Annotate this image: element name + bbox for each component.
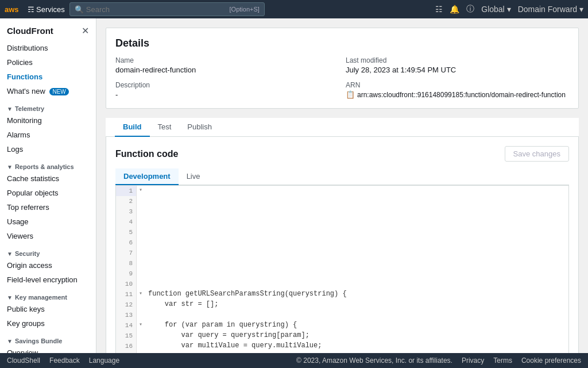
arrow-icon-2: ▼ [7,164,13,170]
line-number: 8 [116,258,137,269]
code-line: 12 var str = []; [116,300,568,310]
line-number: 4 [116,217,137,227]
new-badge: NEW [49,88,68,95]
fold-arrow [137,217,145,227]
sidebar-item-key-groups[interactable]: Key groups [0,316,96,331]
code-content [145,258,568,269]
section-security[interactable]: ▼ Security [0,246,96,258]
arrow-icon-5: ▼ [7,338,13,344]
code-content: function getURLSearchParamsString(querys… [145,289,568,300]
fold-arrow [137,279,145,289]
detail-name-label: Name [115,56,339,64]
sidebar-item-monitoring[interactable]: Monitoring [0,113,96,128]
code-content [145,248,568,258]
code-content [145,186,568,196]
nav-icons: ☷ 🔔 ⓘ Global ▾ Domain Forward ▾ [435,4,583,14]
feedback-button[interactable]: Feedback [49,356,80,365]
sidebar-item-public-keys[interactable]: Public keys [0,302,96,316]
section-reports[interactable]: ▼ Reports & analytics [0,159,96,171]
save-changes-button[interactable]: Save changes [505,146,569,162]
search-bar[interactable]: 🔍 [Option+S] [69,2,265,16]
fold-arrow [137,227,145,237]
detail-description-value: - [115,90,339,99]
details-panel: Details Name domain-redirect-function La… [106,28,579,109]
bottom-right: © 2023, Amazon Web Services, Inc. or its… [296,356,581,365]
code-tab-live[interactable]: Live [179,168,208,185]
privacy-link[interactable]: Privacy [462,356,484,365]
code-line: 5 [116,227,568,237]
code-line: 15 var query = querystring[param]; [116,331,568,341]
aws-logo[interactable]: aws [5,5,21,14]
sidebar-close-button[interactable]: ✕ [82,25,89,36]
details-grid: Name domain-redirect-function Last modif… [115,56,569,99]
arrow-icon: ▼ [7,106,13,112]
line-number: 10 [116,279,137,289]
code-line: 3 [116,206,568,217]
sidebar-item-whats-new[interactable]: What's new NEW [0,84,96,98]
sidebar-item-popular-objects[interactable]: Popular objects [0,186,96,200]
code-line: 1▾ [116,186,568,196]
code-content [145,279,568,289]
detail-arn-value: 📋 arn:aws:cloudfront::916148099185:funct… [346,90,569,99]
sidebar-title: CloudFront [7,26,53,36]
terms-link[interactable]: Terms [493,356,512,365]
grid-icon[interactable]: ☷ [435,5,443,14]
bell-icon[interactable]: 🔔 [450,5,459,14]
sidebar: CloudFront ✕ Distributions Policies Func… [0,18,96,368]
section-savings-bundle[interactable]: ▼ Savings Bundle [0,333,96,346]
fold-arrow[interactable]: ▾ [137,186,145,196]
details-title: Details [115,37,569,49]
line-number: 9 [116,269,137,279]
line-number: 16 [116,341,137,351]
code-line: 7 [116,248,568,258]
section-key-management[interactable]: ▼ Key management [0,289,96,302]
line-number: 6 [116,237,137,248]
fold-arrow[interactable]: ▾ [137,320,145,331]
bottom-left: CloudShell Feedback Language [7,356,119,365]
line-number: 1 [116,186,137,196]
sidebar-item-origin-access[interactable]: Origin access [0,258,96,273]
sidebar-item-distributions[interactable]: Distributions [0,41,96,55]
detail-name-value: domain-redirect-function [115,66,339,74]
sidebar-item-field-level-encryption[interactable]: Field-level encryption [0,273,96,287]
sidebar-item-alarms[interactable]: Alarms [0,128,96,142]
help-icon[interactable]: ⓘ [466,4,474,14]
sidebar-header: CloudFront ✕ [0,18,96,41]
code-tab-development[interactable]: Development [115,168,179,185]
domain-forward-button[interactable]: Domain Forward ▾ [518,5,583,14]
code-content [145,227,568,237]
cloudshell-button[interactable]: CloudShell [7,356,40,365]
code-panel-header: Function code Save changes [115,146,569,162]
fold-arrow [137,206,145,217]
code-line: 8 [116,258,568,269]
fold-arrow [137,237,145,248]
tab-build[interactable]: Build [115,118,150,137]
fold-arrow [137,310,145,320]
sidebar-item-logs[interactable]: Logs [0,142,96,156]
fold-arrow[interactable]: ▾ [137,289,145,300]
section-telemetry[interactable]: ▼ Telemetry [0,101,96,113]
arrow-icon-3: ▼ [7,251,13,257]
copy-icon[interactable]: 📋 [346,90,355,99]
cookie-preferences-link[interactable]: Cookie preferences [521,356,581,365]
fold-arrow [137,300,145,310]
sidebar-item-usage[interactable]: Usage [0,214,96,229]
sidebar-item-functions[interactable]: Functions [0,70,96,84]
services-button[interactable]: ☶ Services [28,5,65,14]
global-button[interactable]: Global ▾ [481,5,510,14]
code-content: var query = querystring[param]; [145,331,568,341]
tab-test[interactable]: Test [150,118,180,137]
code-line: 4 [116,217,568,227]
main-layout: CloudFront ✕ Distributions Policies Func… [0,18,588,368]
sidebar-item-top-referrers[interactable]: Top referrers [0,200,96,214]
line-number: 14 [116,320,137,331]
sidebar-item-policies[interactable]: Policies [0,55,96,70]
tab-publish[interactable]: Publish [179,118,220,137]
code-content [145,206,568,217]
code-editor[interactable]: 1▾2 3 4 5 6 7 8 9 10 11▾function getURLS… [115,185,569,368]
sidebar-item-cache-statistics[interactable]: Cache statistics [0,171,96,186]
search-input[interactable] [86,5,230,14]
sidebar-item-viewers[interactable]: Viewers [0,229,96,243]
line-number: 5 [116,227,137,237]
language-button[interactable]: Language [89,356,119,365]
